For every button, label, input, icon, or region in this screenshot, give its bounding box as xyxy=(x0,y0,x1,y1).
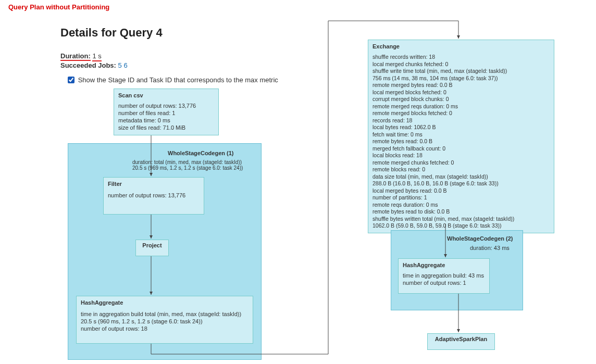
duration-value: 1 s xyxy=(92,52,101,61)
node-filter[interactable]: Filter number of output rows: 13,776 xyxy=(103,177,204,215)
metric-row: remote merged blocks fetched: 0 xyxy=(372,110,550,116)
job-link-6[interactable]: 6 xyxy=(123,61,127,69)
node-adaptivesparkplan[interactable]: AdaptiveSparkPlan xyxy=(427,333,495,350)
show-stage-task-id-checkbox[interactable] xyxy=(68,77,74,83)
metric-row: time in aggregation build: 43 ms xyxy=(403,272,485,279)
node-title: Filter xyxy=(108,181,200,187)
show-stage-task-id-row: Show the Stage ID and Task ID that corre… xyxy=(66,75,278,85)
duration-row: Duration: 1 s xyxy=(60,52,102,60)
metric-row: remote merged reqs duration: 0 ms xyxy=(372,103,550,109)
page-title: Details for Query 4 xyxy=(60,26,163,40)
metric-row: 1062.0 B (59.0 B, 59.0 B, 59.0 B (stage … xyxy=(372,222,550,229)
node-hashaggregate-2[interactable]: HashAggregate time in aggregation build:… xyxy=(398,258,490,294)
wsc1-sub1: duration: total (min, med, max (stageId:… xyxy=(132,159,242,165)
metric-row: remote bytes read to disk: 0.0 B xyxy=(372,208,550,215)
metric-row: local bytes read: 1062.0 B xyxy=(372,124,550,130)
metric-row: local merged chunks fetched: 0 xyxy=(372,61,550,67)
metric-row: remote merged chunks fetched: 0 xyxy=(372,159,550,166)
metric-row: data size total (min, med, max (stageId:… xyxy=(372,173,550,180)
metric-row: remote merged bytes read: 0.0 B xyxy=(372,82,550,88)
metric-row: size of files read: 71.0 MiB xyxy=(118,124,214,131)
node-title: HashAggregate xyxy=(403,262,485,268)
metric-row: remote bytes read: 0.0 B xyxy=(372,138,550,144)
metric-row: number of partitions: 1 xyxy=(372,194,550,200)
metric-row: fetch wait time: 0 ms xyxy=(372,131,550,137)
node-scan-csv[interactable]: Scan csv number of output rows: 13,776 n… xyxy=(114,89,219,135)
node-title: Scan csv xyxy=(118,92,214,98)
node-hashaggregate-1[interactable]: HashAggregate time in aggregation build … xyxy=(76,296,253,344)
metric-row: time in aggregation build total (min, me… xyxy=(81,311,249,317)
metric-row: 20.5 s (960 ms, 1.2 s, 1.2 s (stage 6.0:… xyxy=(81,318,249,324)
metric-row: remote blocks read: 0 xyxy=(372,166,550,172)
node-project[interactable]: Project xyxy=(135,240,169,256)
metric-row: records read: 18 xyxy=(372,117,550,123)
job-link-5[interactable]: 5 xyxy=(118,61,122,69)
duration-label: Duration: xyxy=(60,52,91,61)
metric-row: 288.0 B (16.0 B, 16.0 B, 16.0 B (stage 6… xyxy=(372,180,550,186)
succeeded-jobs-label: Succeeded Jobs: xyxy=(60,61,116,69)
metric-row: shuffle bytes written total (min, med, m… xyxy=(372,216,550,222)
node-exchange[interactable]: Exchange shuffle records written: 18 loc… xyxy=(368,40,554,233)
node-title: Exchange xyxy=(372,43,550,49)
metric-row: 756 ms (14 ms, 38 ms, 104 ms (stage 6.0:… xyxy=(372,75,550,81)
metric-row: number of output rows: 13,776 xyxy=(108,192,200,198)
node-title: HashAggregate xyxy=(81,299,249,306)
metric-row: metadata time: 0 ms xyxy=(118,117,214,123)
metric-row: local merged bytes read: 0.0 B xyxy=(372,187,550,194)
wsc1-title: WholeStageCodegen (1) xyxy=(168,150,234,156)
metric-row: local blocks read: 18 xyxy=(372,152,550,158)
metric-row: local merged blocks fetched: 0 xyxy=(372,89,550,95)
metric-row: shuffle write time total (min, med, max … xyxy=(372,68,550,74)
metric-row: merged fetch fallback count: 0 xyxy=(372,145,550,152)
metric-row: number of files read: 1 xyxy=(118,110,214,116)
annotation-title: Query Plan without Partitioning xyxy=(8,3,109,11)
metric-row: number of output rows: 1 xyxy=(403,280,485,286)
metric-row: remote reqs duration: 0 ms xyxy=(372,202,550,208)
wsc1-sub2: 20.5 s (969 ms, 1.2 s, 1.2 s (stage 6.0:… xyxy=(132,165,243,171)
wsc2-title: WholeStageCodegen (2) xyxy=(447,235,513,242)
metric-row: shuffle records written: 18 xyxy=(372,54,550,60)
metric-row: number of output rows: 18 xyxy=(81,325,249,332)
show-stage-task-id-label: Show the Stage ID and Task ID that corre… xyxy=(78,76,278,84)
wsc2-sub: duration: 43 ms xyxy=(470,245,510,251)
succeeded-jobs-row: Succeeded Jobs: 5 6 xyxy=(60,61,128,69)
metric-row: number of output rows: 13,776 xyxy=(118,103,214,109)
metric-row: corrupt merged block chunks: 0 xyxy=(372,96,550,102)
